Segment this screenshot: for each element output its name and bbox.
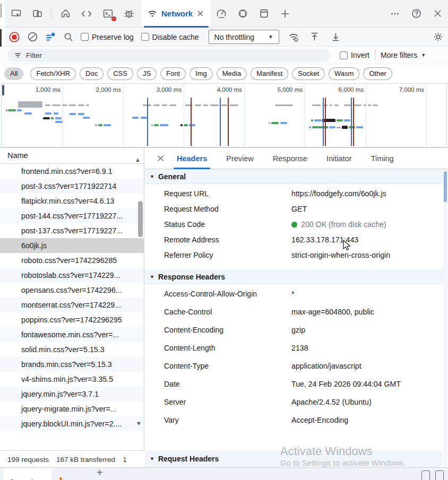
- waterfall-bar: [330, 104, 332, 106]
- resource-filter-chip[interactable]: Media: [217, 67, 247, 80]
- request-list-item[interactable]: poppins.css?ver=1742296295: [0, 312, 144, 327]
- timeline-gridline: [63, 84, 63, 147]
- filter-input[interactable]: Filter: [7, 49, 330, 62]
- request-list-item[interactable]: post-3.css?ver=1771922714: [0, 179, 144, 194]
- request-list-item[interactable]: 6o0jk.js: [0, 238, 144, 253]
- page-edge-artifact: [0, 4, 2, 18]
- console-icon[interactable]: [97, 3, 118, 24]
- warning-badge: [59, 477, 62, 480]
- header-key: Request URL: [164, 189, 291, 198]
- request-list-item[interactable]: jquery-migrate.min.js?ver=...: [0, 402, 144, 416]
- request-details-panel: HeadersPreviewResponseInitiatorTiming ▼ …: [145, 148, 448, 468]
- page-event-line: [191, 98, 192, 146]
- disable-cache-checkbox[interactable]: [141, 33, 149, 41]
- resource-filter-chip[interactable]: All: [4, 67, 23, 80]
- close-tab-icon[interactable]: [196, 10, 204, 18]
- request-list-item[interactable]: robotoslab.css?ver=174229...: [0, 268, 144, 283]
- record-icon[interactable]: [5, 29, 23, 45]
- details-tab-headers[interactable]: Headers: [174, 148, 210, 169]
- name-column-header[interactable]: Name ▲: [0, 148, 144, 164]
- device-emulation-icon[interactable]: [27, 3, 48, 24]
- details-tab-initiator[interactable]: Initiator: [323, 148, 355, 169]
- request-list-item[interactable]: flatpickr.min.css?ver=4.6.13: [0, 194, 144, 208]
- details-tab-preview[interactable]: Preview: [223, 148, 257, 169]
- export-har-icon[interactable]: [327, 29, 345, 45]
- section-request-headers[interactable]: ▼ Request Headers: [145, 450, 442, 468]
- network-overview-timeline[interactable]: 1,000 ms2,000 ms3,000 ms4,000 ms5,000 ms…: [1, 83, 447, 147]
- request-list-item[interactable]: fontawesome.min.css?ver=...: [0, 327, 144, 342]
- resource-filter-chip[interactable]: Socket: [292, 67, 325, 80]
- sources-icon[interactable]: [76, 3, 97, 24]
- section-general[interactable]: ▼ General: [145, 169, 448, 184]
- request-list-item[interactable]: brands.min.css?ver=5.15.3: [0, 357, 144, 372]
- request-list-item[interactable]: montserrat.css?ver=174229...: [0, 298, 144, 312]
- more-filters-button[interactable]: More filters ▼: [381, 51, 426, 59]
- drawer-tab-console[interactable]: Console: [3, 468, 52, 480]
- header-key: Server: [164, 398, 291, 406]
- header-key: Access-Control-Allow-Origin: [164, 290, 291, 298]
- timeline-time-label: 7,000 ms: [387, 86, 424, 93]
- clear-icon[interactable]: [23, 29, 41, 45]
- close-details-icon[interactable]: [152, 154, 168, 163]
- request-list-item[interactable]: opensans.css?ver=1742296...: [0, 283, 144, 298]
- list-scrollbar-thumb[interactable]: [138, 201, 143, 237]
- help-icon[interactable]: [406, 3, 427, 24]
- resource-filter-chip[interactable]: Doc: [80, 67, 104, 80]
- drawer-right-icon[interactable]: [435, 470, 444, 480]
- header-kv-row: DateTue, 24 Feb 2026 09:44:04 GMT: [145, 380, 448, 398]
- resource-filter-chip[interactable]: Other: [363, 67, 392, 80]
- performance-icon[interactable]: [211, 3, 232, 24]
- details-scrollbar-thumb[interactable]: [444, 171, 447, 202]
- page-event-line: [325, 98, 326, 146]
- search-icon[interactable]: [59, 29, 77, 45]
- scroll-down-icon[interactable]: ▼: [136, 420, 142, 426]
- waterfall-bar: [45, 104, 50, 106]
- page-event-line: [351, 98, 352, 146]
- header-kv-row: Content-Length2138: [145, 344, 448, 362]
- details-scrollbar[interactable]: [443, 170, 447, 467]
- request-list-item[interactable]: post-144.css?ver=17719227...: [0, 208, 144, 223]
- header-value: https://foodgefy.com/6o0jk.js: [291, 189, 386, 198]
- request-list-item[interactable]: frontend.min.css?ver=6.9.1: [0, 164, 144, 179]
- request-list-item[interactable]: jquery.min.js?ver=3.7.1: [0, 387, 144, 402]
- filter-toggle-icon[interactable]: [41, 29, 59, 45]
- throttling-select[interactable]: No throttling ▼: [209, 30, 279, 44]
- invert-checkbox[interactable]: [340, 51, 348, 59]
- memory-icon[interactable]: [232, 3, 253, 24]
- import-har-icon[interactable]: [306, 29, 324, 45]
- timeline-time-label: 3,000 ms: [144, 86, 182, 93]
- close-devtools-icon[interactable]: [427, 3, 448, 24]
- network-conditions-icon[interactable]: [285, 29, 303, 45]
- debug-icon[interactable]: [118, 3, 140, 24]
- waterfall-bar: [55, 121, 63, 123]
- request-list-item[interactable]: post-137.css?ver=17719227...: [0, 223, 144, 238]
- devtools-window: Network: [0, 0, 448, 480]
- request-list-item[interactable]: jquery.blockUI.min.js?ver=2....: [0, 416, 144, 431]
- resource-filter-chip[interactable]: JS: [137, 67, 157, 80]
- request-list-item[interactable]: roboto.css?ver=1742296285: [0, 253, 144, 268]
- tab-network[interactable]: Network: [142, 0, 211, 28]
- resource-filter-chip[interactable]: Fetch/XHR: [30, 67, 76, 80]
- page-event-line: [228, 98, 229, 146]
- section-response-headers[interactable]: ▼ Response Headers: [145, 269, 448, 284]
- more-icon[interactable]: [384, 3, 406, 24]
- resource-filter-chip[interactable]: Wasm: [329, 67, 359, 80]
- request-list-item[interactable]: v4-shims.min.js?ver=3.35.5: [0, 372, 144, 387]
- resource-filter-chip[interactable]: CSS: [107, 67, 133, 80]
- add-panel-icon[interactable]: [274, 3, 296, 24]
- home-icon[interactable]: [55, 3, 76, 24]
- preserve-log-checkbox[interactable]: [81, 33, 89, 41]
- drawer-right-icon[interactable]: [421, 470, 430, 480]
- request-list-item[interactable]: solid.min.css?ver=5.15.3: [0, 342, 144, 357]
- application-icon[interactable]: [253, 3, 274, 24]
- waterfall-bar: [8, 109, 16, 111]
- inspect-icon[interactable]: [5, 3, 27, 24]
- resource-filter-chip[interactable]: Manifest: [251, 67, 288, 80]
- resource-filter-chip[interactable]: Font: [160, 67, 186, 80]
- details-tab-response[interactable]: Response: [270, 148, 311, 169]
- details-tab-timing[interactable]: Timing: [368, 148, 397, 169]
- add-drawer-tab-icon[interactable]: +: [97, 467, 103, 479]
- settings-icon[interactable]: [429, 29, 447, 45]
- resource-filter-chip[interactable]: Img: [189, 67, 213, 80]
- header-kv-row: Content-Encodinggzip: [145, 326, 448, 344]
